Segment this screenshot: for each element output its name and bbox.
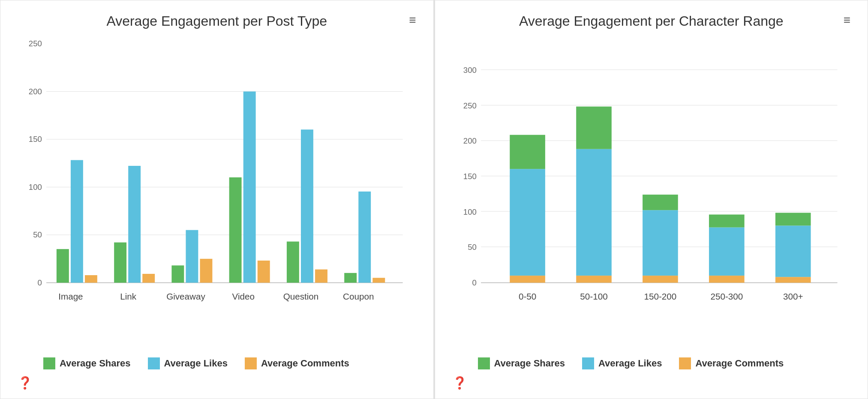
svg-text:Coupon: Coupon	[343, 291, 374, 301]
svg-text:100: 100	[29, 183, 42, 192]
bar-stacked	[709, 215, 745, 228]
legend2-comments-label: Average Comments	[695, 358, 784, 369]
legend-comments: Average Comments	[245, 357, 349, 369]
svg-text:100: 100	[463, 207, 476, 216]
chart1-svg-container: 0 50 100 150 200 250	[18, 38, 416, 349]
comments2-color-swatch	[679, 357, 691, 369]
chart2-legend: Average Shares Average Likes Average Com…	[452, 349, 851, 374]
bar	[128, 166, 141, 283]
svg-text:Question: Question	[283, 291, 319, 301]
likes-color-swatch	[148, 357, 160, 369]
bar-stacked	[576, 107, 612, 149]
bar-stacked	[643, 276, 678, 283]
svg-text:300+: 300+	[783, 291, 803, 301]
legend-shares-label: Average Shares	[60, 358, 131, 369]
bar	[171, 265, 184, 282]
bar-stacked	[775, 225, 811, 277]
bar-stacked	[510, 135, 545, 169]
svg-text:200: 200	[29, 87, 42, 96]
bar	[301, 129, 313, 282]
svg-text:Giveaway: Giveaway	[166, 291, 205, 301]
chart2-menu-icon[interactable]: ≡	[844, 13, 850, 27]
svg-text:50: 50	[468, 243, 477, 252]
legend2-shares-label: Average Shares	[494, 358, 565, 369]
chart1-help-icon[interactable]: ❓	[18, 376, 416, 390]
bar	[71, 160, 83, 283]
bar-stacked	[775, 277, 811, 282]
svg-text:Image: Image	[58, 291, 83, 301]
bar-stacked	[576, 149, 612, 276]
legend-shares: Average Shares	[43, 357, 131, 369]
legend2-shares: Average Shares	[478, 357, 565, 369]
likes2-color-swatch	[582, 357, 594, 369]
svg-text:200: 200	[463, 136, 476, 145]
bar	[142, 274, 155, 283]
svg-text:150: 150	[463, 172, 476, 181]
bar	[229, 177, 242, 283]
bar	[200, 259, 213, 283]
svg-text:250: 250	[29, 39, 42, 48]
bar	[243, 91, 256, 282]
bar	[287, 242, 299, 283]
comments-color-swatch	[245, 357, 257, 369]
svg-text:50-100: 50-100	[580, 291, 607, 301]
chart1-legend: Average Shares Average Likes Average Com…	[18, 349, 416, 374]
svg-text:0: 0	[37, 278, 42, 287]
svg-text:0-50: 0-50	[518, 291, 536, 301]
legend2-likes-label: Average Likes	[598, 358, 662, 369]
bar	[85, 275, 97, 283]
bar-stacked	[510, 169, 545, 276]
bar	[315, 270, 327, 283]
chart1-menu-icon[interactable]: ≡	[409, 13, 416, 27]
legend-likes: Average Likes	[148, 357, 228, 369]
chart2-panel: Average Engagement per Character Range ≡…	[435, 0, 868, 399]
svg-text:Video: Video	[232, 291, 255, 301]
legend2-likes: Average Likes	[582, 357, 662, 369]
bar-stacked	[709, 276, 745, 283]
bar-stacked	[775, 213, 811, 225]
bar	[358, 192, 371, 283]
bar	[344, 273, 357, 283]
svg-text:300: 300	[463, 66, 476, 75]
chart2-title: Average Engagement per Character Range	[452, 13, 851, 29]
chart2-help-icon[interactable]: ❓	[452, 376, 851, 390]
bar-stacked	[576, 276, 612, 283]
svg-text:250: 250	[463, 101, 476, 110]
svg-text:50: 50	[33, 230, 42, 239]
chart2-svg-container: 0 50 100 150 200 250 300	[452, 38, 851, 349]
chart1-title: Average Engagement per Post Type	[18, 13, 416, 29]
svg-text:0: 0	[472, 278, 476, 287]
chart2-area: 0 50 100 150 200 250 300	[452, 38, 851, 390]
bar	[114, 243, 126, 283]
svg-text:250-300: 250-300	[710, 291, 743, 301]
shares2-color-swatch	[478, 357, 490, 369]
bar	[372, 278, 385, 282]
legend-comments-label: Average Comments	[261, 358, 349, 369]
bar-stacked	[643, 210, 678, 276]
bar	[186, 230, 198, 283]
chart1-area: 0 50 100 150 200 250	[18, 38, 416, 390]
svg-text:150: 150	[29, 135, 42, 144]
svg-text:Link: Link	[120, 291, 137, 301]
bar-stacked	[709, 228, 745, 276]
bar-stacked	[643, 195, 678, 210]
bar	[57, 249, 69, 282]
chart1-panel: Average Engagement per Post Type ≡ 0 50 …	[0, 0, 434, 399]
bar	[258, 261, 270, 283]
bar-stacked	[510, 276, 545, 283]
legend-likes-label: Average Likes	[164, 358, 228, 369]
shares-color-swatch	[43, 357, 55, 369]
legend2-comments: Average Comments	[679, 357, 784, 369]
svg-text:150-200: 150-200	[644, 291, 676, 301]
